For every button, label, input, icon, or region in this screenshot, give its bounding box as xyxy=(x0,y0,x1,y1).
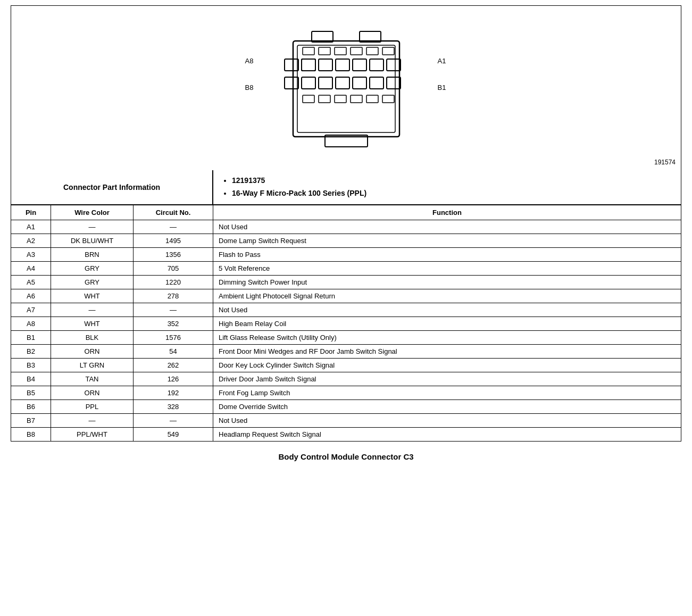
svg-rect-14 xyxy=(353,59,366,71)
table-row: A8WHT352High Beam Relay Coil xyxy=(11,317,681,331)
connector-info-label: Connector Part Information xyxy=(11,170,213,204)
cell-wire: TAN xyxy=(51,372,134,386)
cell-pin: B5 xyxy=(11,386,51,399)
connector-svg xyxy=(261,26,431,154)
svg-rect-25 xyxy=(285,77,298,89)
cell-circuit: 705 xyxy=(134,262,213,275)
table-row: B5ORN192Front Fog Lamp Switch xyxy=(11,386,681,400)
cell-circuit: 328 xyxy=(134,400,213,413)
cell-circuit: 192 xyxy=(134,386,213,399)
part-numbers-list: 12191375 16-Way F Micro-Pack 100 Series … xyxy=(221,174,673,200)
cell-function: Driver Door Jamb Switch Signal xyxy=(213,372,681,386)
cell-wire: — xyxy=(51,303,134,317)
cell-wire: ORN xyxy=(51,386,134,399)
svg-rect-5 xyxy=(303,47,314,55)
cell-wire: PPL/WHT xyxy=(51,428,134,441)
svg-rect-28 xyxy=(335,95,346,103)
header-pin: Pin xyxy=(11,205,51,220)
svg-rect-12 xyxy=(319,59,332,71)
cell-pin: A7 xyxy=(11,303,51,317)
table-row: B7——Not Used xyxy=(11,414,681,428)
label-a8: A8 xyxy=(245,57,254,65)
svg-rect-8 xyxy=(351,47,362,55)
label-a1: A1 xyxy=(438,57,446,65)
main-table: Connector Part Information 12191375 16-W… xyxy=(11,170,681,442)
table-row: A5GRY1220Dimming Switch Power Input xyxy=(11,276,681,289)
cell-function: High Beam Relay Coil xyxy=(213,317,681,330)
svg-rect-29 xyxy=(351,95,362,103)
svg-rect-24 xyxy=(387,77,401,89)
svg-rect-23 xyxy=(370,77,383,89)
cell-pin: A8 xyxy=(11,317,51,330)
cell-pin: B1 xyxy=(11,331,51,344)
table-row: B2ORN54Front Door Mini Wedges and RF Doo… xyxy=(11,345,681,359)
cell-circuit: — xyxy=(134,303,213,317)
connector-diagram-area: A8 B8 A1 B1 xyxy=(11,5,681,170)
cell-pin: B7 xyxy=(11,414,51,427)
page-footer: Body Control Module Connector C3 xyxy=(11,442,681,467)
cell-pin: A1 xyxy=(11,220,51,234)
cell-wire: DK BLU/WHT xyxy=(51,234,134,247)
cell-wire: GRY xyxy=(51,262,134,275)
svg-rect-9 xyxy=(366,47,378,55)
svg-rect-19 xyxy=(302,77,315,89)
diagram-ref: 191574 xyxy=(654,159,676,166)
part-number-1: 12191375 xyxy=(232,174,673,187)
header-function: Function xyxy=(213,205,681,220)
cell-function: Not Used xyxy=(213,220,681,234)
data-rows-container: A1——Not UsedA2DK BLU/WHT1495Dome Lamp Sw… xyxy=(11,220,681,441)
table-row: A4GRY7055 Volt Reference xyxy=(11,262,681,276)
footer-title: Body Control Module Connector C3 xyxy=(278,452,413,461)
cell-wire: — xyxy=(51,220,134,234)
cell-function: Front Door Mini Wedges and RF Door Jamb … xyxy=(213,345,681,358)
svg-rect-26 xyxy=(303,95,314,103)
cell-function: Lift Glass Release Switch (Utility Only) xyxy=(213,331,681,344)
cell-pin: B8 xyxy=(11,428,51,441)
svg-rect-20 xyxy=(319,77,332,89)
cell-pin: A4 xyxy=(11,262,51,275)
label-b8: B8 xyxy=(245,84,254,91)
cell-wire: — xyxy=(51,414,134,427)
cell-wire: WHT xyxy=(51,289,134,303)
table-row: B1BLK1576Lift Glass Release Switch (Util… xyxy=(11,331,681,345)
cell-wire: PPL xyxy=(51,400,134,413)
cell-wire: LT GRN xyxy=(51,359,134,372)
cell-function: Not Used xyxy=(213,303,681,317)
cell-circuit: 1356 xyxy=(134,248,213,261)
svg-rect-17 xyxy=(302,59,315,71)
part-number-2: 16-Way F Micro-Pack 100 Series (PPL) xyxy=(232,187,673,200)
cell-function: 5 Volt Reference xyxy=(213,262,681,275)
table-row: B6PPL328Dome Override Switch xyxy=(11,400,681,414)
cell-function: Dome Lamp Switch Request xyxy=(213,234,681,247)
page-container: A8 B8 A1 B1 xyxy=(0,0,692,482)
cell-function: Front Fog Lamp Switch xyxy=(213,386,681,399)
cell-circuit: 278 xyxy=(134,289,213,303)
table-row: B8PPL/WHT549Headlamp Request Switch Sign… xyxy=(11,428,681,441)
cell-circuit: 1495 xyxy=(134,234,213,247)
part-info-cell: 12191375 16-Way F Micro-Pack 100 Series … xyxy=(213,170,681,204)
table-row: A6WHT278Ambient Light Photocell Signal R… xyxy=(11,289,681,303)
table-row: A1——Not Used xyxy=(11,220,681,234)
cell-circuit: 352 xyxy=(134,317,213,330)
cell-circuit: 1220 xyxy=(134,276,213,289)
cell-wire: ORN xyxy=(51,345,134,358)
table-row: A3BRN1356Flash to Pass xyxy=(11,248,681,262)
svg-rect-7 xyxy=(335,47,346,55)
svg-rect-30 xyxy=(366,95,378,103)
svg-rect-22 xyxy=(353,77,366,89)
cell-circuit: 549 xyxy=(134,428,213,441)
svg-rect-6 xyxy=(319,47,330,55)
cell-function: Ambient Light Photocell Signal Return xyxy=(213,289,681,303)
cell-function: Dome Override Switch xyxy=(213,400,681,413)
cell-circuit: — xyxy=(134,414,213,427)
cell-wire: BRN xyxy=(51,248,134,261)
svg-rect-15 xyxy=(370,59,383,71)
cell-circuit: 262 xyxy=(134,359,213,372)
table-row: B4TAN126Driver Door Jamb Switch Signal xyxy=(11,372,681,386)
connector-diagram: A8 B8 A1 B1 xyxy=(261,26,431,155)
cell-function: Flash to Pass xyxy=(213,248,681,261)
info-row: Connector Part Information 12191375 16-W… xyxy=(11,170,681,205)
label-b1: B1 xyxy=(438,84,446,91)
svg-rect-31 xyxy=(382,95,394,103)
cell-pin: B3 xyxy=(11,359,51,372)
